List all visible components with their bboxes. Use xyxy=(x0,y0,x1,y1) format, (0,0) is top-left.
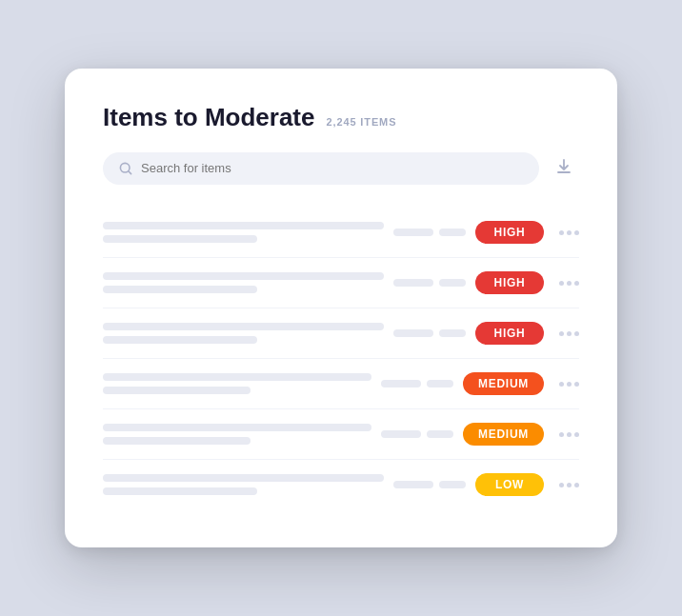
content-line-1 xyxy=(103,323,384,330)
search-row xyxy=(103,151,579,185)
tag-pill-2 xyxy=(427,430,453,438)
tag-pill-1 xyxy=(381,380,421,387)
dot-3 xyxy=(574,230,579,235)
row-tags xyxy=(393,229,466,236)
search-input[interactable] xyxy=(141,161,524,175)
tag-pill-1 xyxy=(381,430,421,438)
search-bar[interactable] xyxy=(103,152,539,185)
content-line-1 xyxy=(103,474,384,482)
page-title: Items to Moderate xyxy=(103,103,315,132)
dot-2 xyxy=(567,281,572,286)
header-row: Items to Moderate 2,245 ITEMS xyxy=(103,103,579,132)
dot-2 xyxy=(567,432,572,437)
content-line-1 xyxy=(103,222,384,229)
row-action-menu[interactable] xyxy=(559,382,579,387)
list-item[interactable]: HIGH xyxy=(103,258,579,308)
row-action-menu[interactable] xyxy=(559,432,579,437)
download-icon xyxy=(554,157,573,176)
tag-pill-2 xyxy=(439,279,466,287)
dot-2 xyxy=(567,382,572,387)
dot-1 xyxy=(559,331,564,336)
content-line-1 xyxy=(103,373,371,381)
content-line-2 xyxy=(103,437,251,445)
content-line-1 xyxy=(103,272,384,280)
dot-1 xyxy=(559,483,564,487)
severity-badge[interactable]: MEDIUM xyxy=(463,372,544,395)
dot-3 xyxy=(574,382,579,387)
content-line-2 xyxy=(103,336,257,344)
tag-pill-1 xyxy=(393,329,433,337)
dot-3 xyxy=(574,432,579,437)
severity-badge[interactable]: MEDIUM xyxy=(463,423,544,446)
dot-2 xyxy=(567,331,572,336)
content-line-1 xyxy=(103,424,371,431)
row-tags xyxy=(381,430,453,438)
tag-pill-2 xyxy=(427,380,453,387)
content-line-2 xyxy=(103,487,257,495)
svg-line-1 xyxy=(129,170,131,173)
severity-badge[interactable]: HIGH xyxy=(475,322,544,345)
row-tags xyxy=(393,329,466,337)
item-count: 2,245 ITEMS xyxy=(327,116,397,128)
content-line-2 xyxy=(103,387,251,394)
dot-1 xyxy=(559,382,564,387)
tag-pill-2 xyxy=(439,481,466,488)
tag-pill-1 xyxy=(393,279,433,287)
row-action-menu[interactable] xyxy=(559,483,579,487)
row-content-lines xyxy=(103,272,384,293)
list-item[interactable]: MEDIUM xyxy=(103,409,579,460)
dot-3 xyxy=(574,331,579,336)
tag-pill-1 xyxy=(393,229,433,236)
severity-badge[interactable]: LOW xyxy=(475,473,544,496)
row-tags xyxy=(393,279,466,287)
content-line-2 xyxy=(103,286,257,293)
row-action-menu[interactable] xyxy=(559,331,579,336)
tag-pill-2 xyxy=(439,329,466,337)
row-action-menu[interactable] xyxy=(559,230,579,235)
row-content-lines xyxy=(103,474,384,495)
content-line-2 xyxy=(103,235,257,243)
list-item[interactable]: LOW xyxy=(103,460,579,509)
dot-2 xyxy=(567,230,572,235)
main-card: Items to Moderate 2,245 ITEMS xyxy=(65,69,617,547)
tag-pill-2 xyxy=(439,229,466,236)
list-item[interactable]: MEDIUM xyxy=(103,359,579,409)
search-icon xyxy=(118,161,133,176)
row-content-lines xyxy=(103,323,384,344)
dot-1 xyxy=(559,230,564,235)
list-item[interactable]: HIGH xyxy=(103,208,579,258)
tag-pill-1 xyxy=(393,481,433,488)
dot-3 xyxy=(574,483,579,487)
items-list: HIGH HIGH xyxy=(103,208,579,509)
row-content-lines xyxy=(103,222,384,243)
dot-1 xyxy=(559,432,564,437)
dot-2 xyxy=(567,483,572,487)
dot-1 xyxy=(559,281,564,286)
list-item[interactable]: HIGH xyxy=(103,308,579,359)
row-action-menu[interactable] xyxy=(559,281,579,286)
download-button[interactable] xyxy=(549,151,579,185)
row-tags xyxy=(393,481,466,488)
severity-badge[interactable]: HIGH xyxy=(475,221,544,244)
row-tags xyxy=(381,380,453,387)
dot-3 xyxy=(574,281,579,286)
row-content-lines xyxy=(103,424,371,445)
row-content-lines xyxy=(103,373,371,394)
severity-badge[interactable]: HIGH xyxy=(475,271,544,294)
